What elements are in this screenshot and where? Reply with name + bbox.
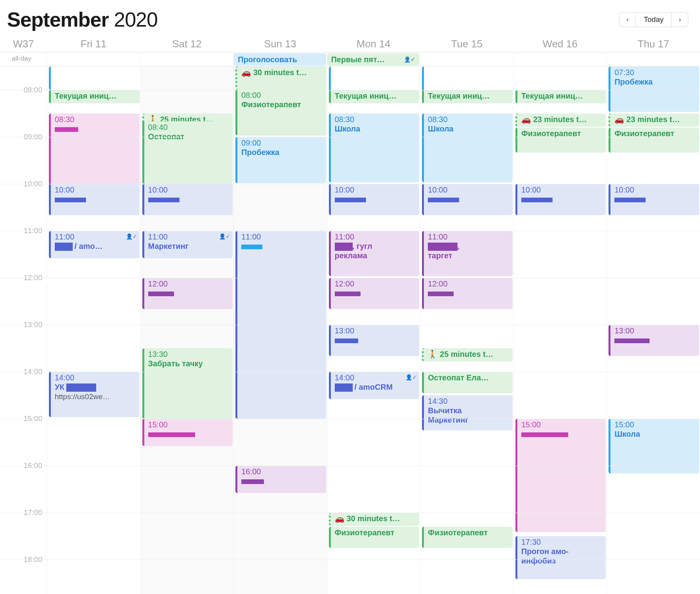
event-time: 15:00 [614, 420, 696, 429]
calendar-event[interactable]: 12:00 [142, 278, 233, 309]
calendar-event[interactable]: 08:40Остеопат [142, 121, 233, 184]
calendar-event[interactable]: 11:00▇▇▇, гуглреклама [329, 231, 420, 276]
calendar-event[interactable]: Текущая иниц… [422, 90, 513, 103]
event-time: 14:00 [335, 373, 416, 382]
event-time: 16:00 [241, 467, 323, 476]
event-time: 08:40 [148, 122, 230, 132]
day-header[interactable]: Fri 11 [47, 35, 140, 52]
calendar-event[interactable]: 10:00 [142, 184, 233, 215]
calendar-event[interactable]: 07:30Пробежка [608, 67, 699, 112]
calendar-event[interactable]: Физиотерапевт [515, 128, 606, 153]
event-label: ▇▇▇▇▇, [428, 241, 510, 251]
calendar-event[interactable]: 14:00▇▇▇ / amoCRM👤✓ [329, 372, 420, 399]
event-label: Физиотерапевт [241, 100, 323, 109]
next-week-button[interactable]: › [672, 12, 688, 27]
day-column[interactable]: 🚶 25 minutes t…08:40Остеопат10:0011:00Ма… [140, 67, 234, 594]
calendar-event[interactable]: Физиотерапевт [329, 527, 420, 548]
calendar-event[interactable]: 16:00 [235, 466, 326, 493]
calendar-event[interactable]: 14:30ВычиткаМаркетинг [422, 395, 513, 430]
day-header[interactable]: Wed 16 [513, 35, 607, 52]
calendar-event[interactable] [49, 67, 140, 90]
calendar-event[interactable]: 🚗 30 minutes t… [329, 513, 420, 526]
calendar-event[interactable]: 🚗 23 minutes t… [608, 113, 699, 127]
all-day-cell[interactable] [140, 52, 234, 66]
event-label: Физиотерапевт [428, 528, 510, 537]
calendar-event[interactable]: 10:00 [422, 184, 513, 215]
calendar-event[interactable]: 13:00 [608, 325, 699, 356]
calendar-event[interactable]: 🚗 23 minutes t… [515, 113, 606, 127]
event-time: 10:00 [614, 185, 696, 194]
event-label: Остеопат Ела… [428, 373, 510, 382]
event-label: Маркетинг [148, 241, 230, 251]
calendar-event[interactable]: 12:00 [329, 278, 420, 309]
calendar-event[interactable]: 12:00 [422, 278, 513, 309]
day-column[interactable]: Текущая иниц…08:30Школа10:0011:00▇▇▇, гу… [327, 67, 420, 594]
event-time: 17:30 [521, 537, 603, 547]
day-header[interactable]: Tue 15 [420, 35, 513, 52]
calendar-event[interactable]: Физиотерапевт [608, 128, 699, 153]
day-column[interactable]: Текущая иниц…08:3010:0011:00▇▇▇ / amo…👤✓… [47, 67, 140, 594]
all-day-cell[interactable]: Первые пят… 👤✓ [327, 52, 420, 66]
calendar-event[interactable] [422, 67, 513, 92]
calendar-event[interactable]: 08:30Школа [422, 113, 513, 182]
calendar-event[interactable]: 11:00▇▇▇ / amo…👤✓ [49, 231, 140, 258]
day-column[interactable]: Текущая иниц…08:30Школа10:0011:00▇▇▇▇▇,т… [420, 67, 513, 594]
calendar-event[interactable]: Текущая иниц… [515, 90, 606, 103]
week-number: W37 [0, 35, 47, 52]
event-time: 15:00 [521, 420, 603, 429]
event-time: 11:00 [55, 232, 136, 241]
prev-week-button[interactable]: ‹ [619, 12, 635, 27]
calendar-event[interactable]: 10:00 [608, 184, 699, 215]
calendar-event[interactable]: 17:30Прогон амо-инфобиз [515, 536, 606, 579]
redacted-text [614, 338, 650, 343]
calendar-event[interactable]: 08:00Физиотерапевт [235, 89, 326, 135]
all-day-cell[interactable] [513, 52, 607, 66]
calendar-event[interactable]: 13:00 [329, 325, 420, 356]
day-column[interactable]: 07:30Пробежка🚗 23 minutes t…Физиотерапев… [607, 67, 700, 594]
calendar-event[interactable]: 08:30Школа [329, 113, 420, 182]
calendar-event[interactable]: 15:00 [515, 419, 606, 532]
calendar-event[interactable]: 15:00 [142, 419, 233, 446]
calendar-event[interactable]: 🚗 30 minutes t… [235, 67, 326, 89]
calendar-event[interactable]: 10:00 [515, 184, 606, 215]
event-label: Текущая иниц… [521, 91, 603, 101]
day-header[interactable]: Sat 12 [140, 35, 234, 52]
redacted-text [428, 198, 459, 202]
all-day-event[interactable]: Первые пят… 👤✓ [327, 53, 420, 66]
all-day-cell[interactable] [607, 52, 700, 66]
day-column[interactable]: 🚗 30 minutes t…08:00Физиотерапевт09:00Пр… [233, 67, 327, 594]
calendar-event[interactable]: 10:00 [329, 184, 420, 215]
event-label: Пробежка [241, 148, 323, 157]
day-header[interactable]: Thu 17 [607, 35, 700, 52]
today-button[interactable]: Today [635, 12, 672, 27]
calendar-event[interactable]: 09:00Пробежка [235, 137, 326, 183]
calendar-event[interactable]: 11:00Маркетинг👤✓ [142, 231, 233, 258]
calendar-event[interactable]: 13:30Забрать тачку [142, 348, 233, 419]
event-time: 11:00 [148, 232, 230, 241]
calendar-event[interactable] [329, 67, 420, 92]
calendar-event[interactable]: 10:00 [49, 184, 140, 215]
event-time: 08:30 [428, 115, 510, 124]
all-day-cell[interactable] [420, 52, 513, 66]
day-column[interactable]: Текущая иниц…🚗 23 minutes t…Физиотерапев… [513, 67, 607, 594]
calendar-event[interactable]: 14:00УК ▇▇▇▇▇https://us02we… [49, 372, 140, 417]
all-day-cell[interactable] [47, 52, 140, 66]
calendar-event[interactable]: 🚶 25 minutes t… [422, 348, 513, 362]
calendar-event[interactable]: Текущая иниц… [329, 90, 420, 103]
calendar-event[interactable]: 11:00▇▇▇▇▇,таргет [422, 231, 513, 276]
calendar-event[interactable]: 15:00Школа [608, 419, 699, 473]
person-icon: 👤✓ [126, 233, 137, 240]
event-time: 13:00 [335, 326, 416, 335]
redacted-text [335, 292, 361, 296]
all-day-event[interactable]: Проголосовать [234, 53, 326, 66]
day-header[interactable]: Mon 14 [327, 35, 420, 52]
calendar-event[interactable]: Остеопат Ела… [422, 372, 513, 393]
calendar-event[interactable]: Текущая иниц… [49, 90, 140, 103]
event-label: Школа [614, 429, 696, 439]
redacted-text [55, 198, 86, 202]
event-time: 11:00 [241, 232, 323, 241]
day-header[interactable]: Sun 13 [233, 35, 327, 52]
event-time: 07:30 [614, 68, 696, 77]
calendar-event[interactable]: Физиотерапевт [422, 527, 513, 548]
all-day-cell[interactable]: Проголосовать [233, 52, 327, 66]
